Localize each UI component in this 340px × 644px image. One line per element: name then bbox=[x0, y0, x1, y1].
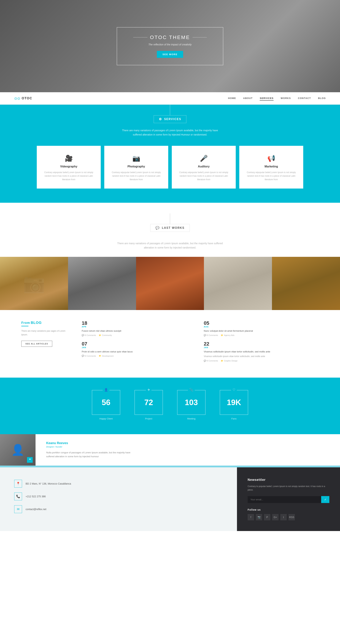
blog-left-panel: From BLOG There are many variations pas … bbox=[21, 321, 71, 367]
blog-col-left: 18 APR Fusce rutrum nisl vitae ultrices … bbox=[82, 321, 197, 367]
social-icons: f 📷 P G+ t RSS bbox=[248, 514, 329, 520]
blog-post-1: 18 APR Fusce rutrum nisl vitae ultrices … bbox=[82, 321, 197, 336]
stat-label-project: Project bbox=[134, 417, 163, 420]
social-instagram[interactable]: 📷 bbox=[256, 514, 262, 520]
works-section: 💬 LAST WORKS There are many variations o… bbox=[0, 203, 340, 310]
nav-home[interactable]: HOME bbox=[228, 96, 236, 100]
contact-phone: +212 522 275 386 bbox=[26, 495, 46, 498]
works-icon: 💬 bbox=[155, 226, 160, 230]
blog-post-4-excerpt: Vivamus sollicitudin ipsum vitae tortor … bbox=[204, 355, 319, 358]
works-label: 💬 LAST WORKS bbox=[150, 224, 190, 232]
hero-title-row: OTOC THEME bbox=[131, 34, 209, 40]
blog-post-1-day: 18 bbox=[82, 321, 197, 326]
contact-address: BD 2 Mars, N° 136, Morocco Casablanca bbox=[26, 482, 71, 485]
folder-icon-4: 📁 bbox=[221, 360, 223, 362]
services-label: ⚙ SERVICES bbox=[154, 115, 187, 123]
gallery-item-2[interactable] bbox=[68, 257, 136, 310]
photography-icon: 📷 bbox=[110, 155, 163, 162]
folder-icon-2: 📁 bbox=[99, 355, 101, 357]
nav-blog[interactable]: BLOG bbox=[318, 96, 326, 100]
works-description: There are many variations of passages of… bbox=[117, 242, 223, 250]
footer-section: 📍 BD 2 Mars, N° 136, Morocco Casablanca … bbox=[0, 467, 340, 531]
works-gallery: 📷 bbox=[0, 257, 340, 310]
blog-post-4-title: Vivamus sollicitudin ipsum vitae tortor … bbox=[204, 350, 319, 354]
testimonial-content: 👤 ❝ Keanu Reeves Designer / founder Null… bbox=[0, 434, 340, 466]
stats-section: 👤 56 Happy Client ✈ 72 Project 📎 103 Mee… bbox=[0, 378, 340, 432]
newsletter-submit-button[interactable]: ✓ bbox=[321, 496, 329, 503]
nav-services[interactable]: SERVICES bbox=[260, 96, 274, 100]
hero-line-left bbox=[133, 37, 147, 38]
photography-title: Photography bbox=[110, 165, 163, 168]
nav-links: HOME ABOUT SERVICES WORKS CONTACT BLOG bbox=[228, 96, 326, 100]
phone-icon: 📞 bbox=[14, 492, 22, 500]
testimonial-role: Designer / founder bbox=[46, 446, 135, 448]
stat-fans: ♡ 19K Fans bbox=[220, 390, 248, 420]
blog-post-2-day: 07 bbox=[82, 342, 197, 346]
stat-number-fans: 19K bbox=[227, 398, 241, 407]
auditory-icon: 🎤 bbox=[177, 155, 230, 162]
blog-description: There are many variations pas sages of L… bbox=[21, 329, 71, 336]
gallery-item-4[interactable] bbox=[204, 257, 272, 310]
stat-project: ✈ 72 Project bbox=[134, 390, 163, 420]
stat-icon-meeting: 📎 bbox=[188, 388, 195, 392]
gallery-item-3[interactable] bbox=[136, 257, 204, 310]
newsletter-title: Newsettler bbox=[248, 478, 329, 482]
stat-icon-project: ✈ bbox=[146, 388, 151, 392]
social-facebook[interactable]: f bbox=[248, 514, 254, 520]
social-twitter[interactable]: t bbox=[280, 514, 287, 520]
stat-box-1: 👤 56 bbox=[92, 390, 120, 415]
hero-cta-button[interactable]: SEE MORE bbox=[157, 51, 183, 58]
blog-post-3-month: AUG bbox=[204, 326, 319, 328]
logo: ⊙⊙ OTOC bbox=[14, 96, 32, 100]
social-rss[interactable]: RSS bbox=[288, 514, 295, 520]
nav-about[interactable]: ABOUT bbox=[243, 96, 253, 100]
blog-post-3-comments: 💬 8 Comments bbox=[204, 334, 218, 336]
services-icon: ⚙ bbox=[159, 117, 162, 121]
services-description: There are many variations of passages of… bbox=[117, 128, 223, 137]
blog-from-label: From BLOG bbox=[21, 321, 71, 325]
connector-line bbox=[170, 105, 170, 115]
newsletter-description: Contrary to popular belief, Lorem Ipsum … bbox=[248, 484, 329, 492]
navbar: ⊙⊙ OTOC HOME ABOUT SERVICES WORKS CONTAC… bbox=[0, 92, 340, 105]
hero-title: OTOC THEME bbox=[150, 34, 190, 40]
blog-post-1-meta: 💬 8 Comments 📁 Community bbox=[82, 334, 197, 336]
testimonial-avatar: 👤 ❝ bbox=[0, 434, 36, 466]
contact-email-item: ✉ contact@reflex.net bbox=[14, 505, 223, 513]
service-card-videography: 🎥 Videography Contrary wipopular belief,… bbox=[37, 146, 101, 188]
auditory-desc: Contrary wipopular belief,Lorem Ipsum is… bbox=[177, 170, 230, 182]
blog-post-1-month: APR bbox=[82, 326, 197, 328]
blog-post-3-category: 📁 Agency Ads bbox=[221, 334, 234, 336]
contact-address-item: 📍 BD 2 Mars, N° 136, Morocco Casablanca bbox=[14, 480, 223, 488]
gallery-item-1[interactable]: 📷 bbox=[0, 257, 68, 310]
blog-post-4-day: 22 bbox=[204, 342, 319, 346]
logo-icon: ⊙⊙ bbox=[14, 96, 20, 100]
nav-contact[interactable]: CONTACT bbox=[298, 96, 311, 100]
blog-posts: 18 APR Fusce rutrum nisl vitae ultrices … bbox=[82, 321, 319, 367]
contact-phone-item: 📞 +212 522 275 386 bbox=[14, 492, 223, 500]
blog-post-2-title: Proin id odio a sem ultrices varius quis… bbox=[82, 350, 197, 354]
gallery-item-5[interactable] bbox=[272, 257, 340, 310]
stat-happy-client: 👤 56 Happy Client bbox=[92, 390, 120, 420]
services-title: SERVICES bbox=[164, 118, 181, 121]
service-card-marketing: 📢 Marketing Contrary wipopular belief,Lo… bbox=[239, 146, 303, 188]
blog-post-4-month: JAN bbox=[204, 346, 319, 348]
gallery-image-5 bbox=[272, 257, 340, 310]
videography-desc: Contrary wipopular belief,Lorem Ipsum is… bbox=[42, 170, 95, 182]
stat-icon-client: 👤 bbox=[103, 388, 109, 392]
testimonial-body: Nulla porttitor congue of passages of Lo… bbox=[46, 451, 135, 458]
blog-section: From BLOG There are many variations pas … bbox=[0, 310, 340, 378]
social-pinterest[interactable]: P bbox=[264, 514, 270, 520]
stat-number-meeting: 103 bbox=[185, 398, 198, 407]
newsletter-email-input[interactable] bbox=[248, 496, 321, 503]
service-card-photography: 📷 Photography Contrary wipopular belief,… bbox=[104, 146, 168, 188]
email-icon: ✉ bbox=[14, 505, 22, 513]
blog-post-4: 22 JAN Vivamus sollicitudin ipsum vitae … bbox=[204, 342, 319, 362]
see-all-articles-button[interactable]: SEE ALL ARTICLES bbox=[21, 341, 52, 347]
works-connector-line bbox=[170, 213, 170, 224]
footer-right: Newsettler Contrary to popular belief, L… bbox=[237, 467, 340, 531]
quote-icon: ❝ bbox=[27, 457, 33, 463]
blog-post-3: 05 AUG Nunc volutpat dolor sit amet ferm… bbox=[204, 321, 319, 336]
social-googleplus[interactable]: G+ bbox=[272, 514, 279, 520]
blog-post-2-month: JAN bbox=[82, 346, 197, 348]
nav-works[interactable]: WORKS bbox=[281, 96, 291, 100]
